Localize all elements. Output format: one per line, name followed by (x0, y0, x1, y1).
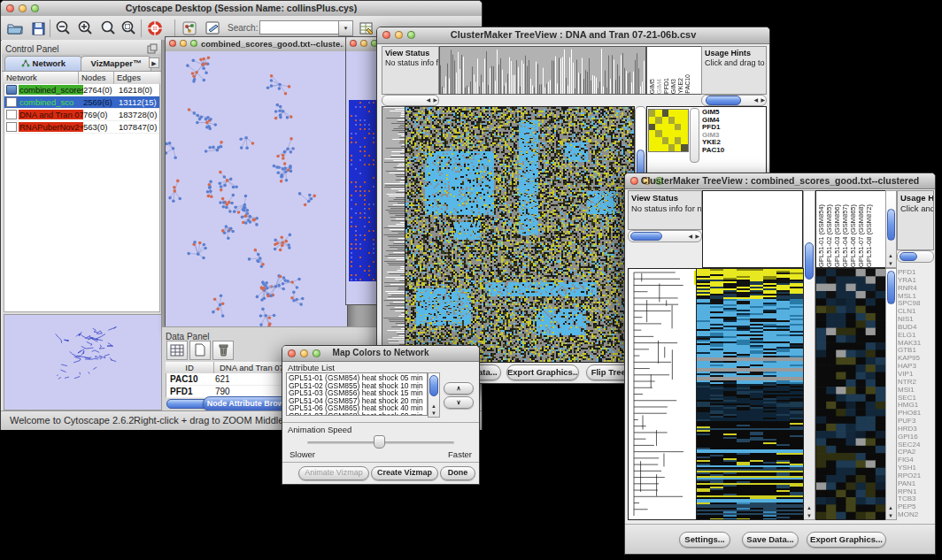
main-titlebar[interactable]: Cytoscape Desktop (Session Name: collins… (1, 1, 482, 17)
treeview1-titlebar[interactable]: ClusterMaker TreeView : DNA and Tran 07-… (377, 27, 769, 44)
control-panel: Control Panel Network VizMapper™ ▶ Netwo… (2, 40, 162, 410)
zoom-in-icon[interactable] (75, 19, 95, 38)
network-row-icon (6, 122, 17, 132)
column-label: GIM3 (670, 79, 677, 94)
trash-icon[interactable] (212, 341, 234, 360)
new-document-icon[interactable] (189, 341, 211, 360)
network-list-row[interactable]: combined_sco 2569(6) 13112(15) (4, 96, 159, 109)
dialog-title: Map Colors to Network (282, 348, 479, 357)
zoom-fit-icon[interactable] (98, 19, 118, 38)
treeview2-detail-heatmap[interactable] (815, 268, 886, 520)
vizmap-icon[interactable] (180, 19, 199, 38)
attribute-item[interactable]: GPL51-07 (GSM868) heat shock 60 min (289, 412, 427, 416)
save-icon[interactable] (28, 19, 48, 38)
treeview1-labels-hscrollbar[interactable]: ◀▶ (701, 95, 767, 106)
treeview2-button-bar: Settings... Save Data... Export Graphics… (625, 524, 935, 554)
treeview2-usage-hints: Usage Hints Click and drag to move the v… (897, 190, 934, 250)
tab-vizmapper[interactable]: VizMapper™ (81, 56, 151, 71)
zoom-button[interactable] (190, 40, 197, 47)
network-view-titlebar[interactable]: combined_scores_good.txt--cluste... (166, 37, 347, 52)
treeview2-export-graphics-button[interactable]: Export Graphics... (807, 532, 886, 548)
column-label: GPL51-06 (GSM865) (849, 204, 857, 267)
network-nodes-count: 769(0) (83, 110, 119, 119)
close-button[interactable] (169, 40, 176, 47)
network-list-row[interactable]: DNA and Tran 07 769(0) 183728(0) (4, 109, 159, 121)
treeview1-export-graphics-button[interactable]: Export Graphics... (506, 364, 579, 380)
treeview2-save-data-button[interactable]: Save Data... (742, 532, 799, 548)
faster-label: Faster (448, 449, 472, 459)
treeview2-hints-hscrollbar[interactable] (897, 250, 934, 263)
treeview2-gene-list[interactable]: PFD1YRA1RNR4MSL1SPC98CLN1NIS1BUD4ELG1MAK… (898, 269, 933, 519)
column-label: GPL51-01 (GSM854) (817, 204, 825, 267)
control-panel-tabs: Network VizMapper™ ▶ (2, 54, 161, 72)
annotation-icon[interactable] (203, 19, 222, 38)
network-list-row[interactable]: RNAPuberNov2+l 563(0) 107847(0) (4, 121, 159, 134)
network-list-row[interactable]: combined_scores 2764(0) 16218(0) (4, 84, 159, 96)
move-attribute-up-button[interactable]: ∧ (444, 382, 474, 395)
column-label: YKE2 (677, 78, 684, 94)
treeview2-title: ClusterMaker TreeView : combined_scores_… (625, 175, 935, 186)
help-lifering-icon[interactable] (145, 19, 165, 38)
network-view-window: combined_scores_good.txt--cluste... (165, 36, 348, 332)
column-label: GPL51-04 (GSM857) (841, 204, 849, 267)
animate-vizmap-button[interactable]: Animate Vizmap (298, 466, 369, 480)
treeview2-labels-vscrollbar[interactable]: ▲▼ (885, 190, 897, 268)
create-vizmap-button[interactable]: Create Vizmap (371, 466, 438, 480)
treeview1-usage-hints: Usage Hints Click and drag to move the v… (701, 46, 767, 95)
done-button[interactable]: Done (440, 466, 475, 480)
attribute-list[interactable]: GPL51-01 (GSM854) heat shock 05 minGPL51… (286, 372, 428, 416)
treeview2-titlebar[interactable]: ClusterMaker TreeView : combined_scores_… (625, 173, 935, 189)
animation-speed-slider-thumb[interactable] (374, 435, 385, 449)
network-nodes-count: 2764(0) (83, 85, 119, 95)
column-label: GPL51-03 (GSM856) (833, 204, 841, 267)
treeview2-settings-button[interactable]: Settings... (679, 532, 730, 548)
network-nodes-count: 563(0) (83, 122, 119, 132)
treeview2-main-vscrollbar[interactable]: ▲▼ (803, 190, 815, 520)
zoom-out-icon[interactable] (53, 19, 73, 38)
data-table-icon[interactable] (166, 341, 188, 360)
birdseye-view[interactable] (4, 314, 162, 410)
treeview1-column-dendrogram[interactable] (439, 46, 646, 95)
treeview2-status-hscrollbar[interactable]: ◀▶ (628, 230, 702, 242)
minimize-button[interactable] (360, 40, 367, 47)
status-welcome: Welcome to Cytoscape 2.6.2 (10, 415, 134, 426)
zoom-selected-icon[interactable] (119, 19, 138, 38)
network-view-title: combined_scores_good.txt--cluste... (201, 39, 344, 49)
treeview2-detail-vscrollbar[interactable]: ▲▼ (885, 268, 897, 520)
network-table-header[interactable]: Network Nodes Edges (4, 72, 160, 84)
column-label: GPL51-08 (GSM872) (865, 204, 873, 267)
tab-network[interactable]: Network (4, 56, 82, 71)
animation-speed-label: Animation Speed (288, 425, 351, 434)
treeview2-heatmap[interactable] (696, 268, 804, 520)
open-folder-icon[interactable] (5, 19, 25, 38)
dialog-titlebar[interactable]: Map Colors to Network (282, 346, 479, 362)
column-label: GIM5 (649, 79, 656, 94)
treeview2-row-dendrogram[interactable] (628, 268, 698, 520)
search-label: Search: (228, 23, 258, 33)
attribute-table-icon[interactable] (357, 19, 376, 38)
correlation-matrix[interactable] (648, 109, 689, 152)
treeview1-heatmap[interactable] (405, 106, 635, 363)
network-name: combined_scores (19, 85, 83, 95)
column-label: PAC10 (684, 74, 691, 94)
treeview2-window: ClusterMaker TreeView : combined_scores_… (624, 173, 936, 555)
row-label: PAC10 (702, 147, 724, 155)
search-input[interactable] (259, 20, 341, 35)
treeview1-column-labels: GIM5GIM4PFD1GIM3YKE2PAC10 (646, 46, 704, 95)
search-dropdown-button[interactable]: ▼ (338, 20, 353, 36)
network-view-canvas[interactable] (166, 51, 345, 329)
treeview1-detail-scrollbar[interactable] (690, 108, 699, 163)
network-list: combined_scores 2764(0) 16218(0) combine… (4, 84, 160, 312)
minimize-button[interactable] (180, 40, 187, 47)
status-zoom-hint: Right-click + drag to ZOOM (134, 415, 252, 426)
close-button[interactable] (350, 40, 357, 47)
column-label: GPL51-07 (GSM868) (857, 204, 865, 267)
tab-overflow-arrow[interactable]: ▶ (149, 58, 159, 68)
treeview1-status-hscrollbar[interactable]: ◀▶ (382, 95, 439, 106)
network-name: DNA and Tran 07 (19, 110, 83, 119)
treeview1-row-dendrogram[interactable] (382, 106, 405, 363)
move-attribute-down-button[interactable]: ∨ (444, 396, 474, 409)
network-nodes-count: 2569(6) (83, 97, 119, 107)
attribute-list-vscrollbar[interactable]: ▲▼ (428, 372, 440, 418)
network-edges-count: 183728(0) (119, 110, 159, 119)
